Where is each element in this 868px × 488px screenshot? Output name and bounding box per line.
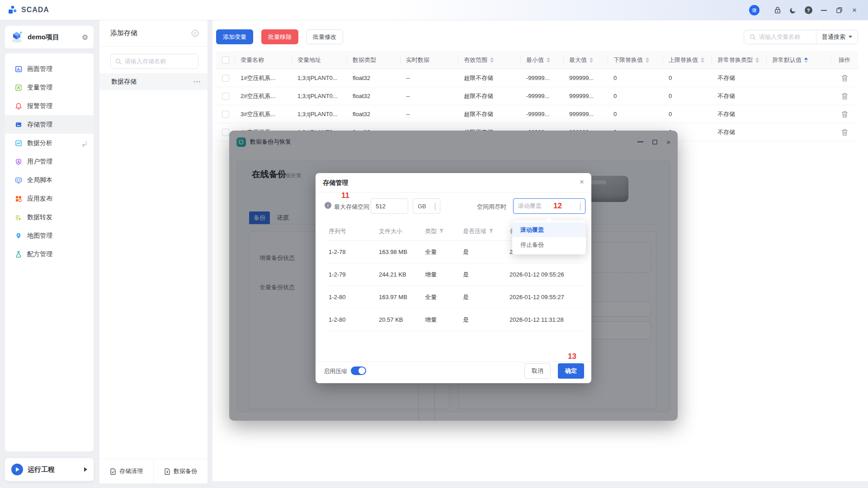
sidebar-item-label: 配方管理 <box>27 250 52 258</box>
col-abnormal-default[interactable]: 异常默认值 <box>767 51 831 69</box>
row-checkbox[interactable] <box>222 93 229 100</box>
scada-logo-icon <box>8 5 18 14</box>
data-backup-icon <box>164 468 170 475</box>
row-checkbox[interactable] <box>222 75 229 82</box>
titlebar: SCADA 微 ? × <box>0 0 868 20</box>
storage-clean-button[interactable]: 存储清理 <box>99 459 153 483</box>
col-upper-replace[interactable]: 上限替换值 <box>663 51 712 69</box>
info-icon[interactable]: i <box>325 202 331 209</box>
search-mode-select[interactable]: 普通搜索 <box>816 30 858 44</box>
col-datatype: 数据类型 <box>347 51 401 69</box>
delete-icon[interactable] <box>841 111 848 118</box>
sidebar-item-label: 用户管理 <box>27 158 52 166</box>
sidebar-item-alarms[interactable]: 报警管理 <box>5 97 94 115</box>
sort-icons-active[interactable] <box>804 56 808 65</box>
sort-icons[interactable] <box>490 56 494 65</box>
cell-backup-time: 2026-01-12 11:31:28 <box>509 316 582 323</box>
compress-toggle[interactable] <box>351 366 366 375</box>
backup-row: 1-2-80 20.57 KB 增量 是 2026-01-12 11:31:28 <box>329 309 585 331</box>
sidebar-item-publish[interactable]: 应用发布 <box>5 189 94 208</box>
table-row: 2#空压机系... 1;3;t|PLANT0... float32 -- 超限不… <box>216 87 858 105</box>
col-realtime: 实时数据 <box>401 51 458 69</box>
sidebar-item-forwarding[interactable]: 数据转发 <box>5 208 94 226</box>
col-lower-replace[interactable]: 下限替换值 <box>608 51 663 69</box>
row-checkbox[interactable] <box>222 129 229 136</box>
lock-icon[interactable] <box>773 6 782 15</box>
cell-address: 1;3;t|PLANT0... <box>292 87 347 105</box>
sort-icons[interactable] <box>590 56 593 65</box>
delete-icon[interactable] <box>841 129 848 136</box>
cell-valid-range: 超限不存储 <box>458 69 521 87</box>
option-rolling-overwrite[interactable]: 滚动覆盖 <box>512 222 586 237</box>
col-abnormal-type[interactable]: 异常替换类型 <box>712 51 767 69</box>
delete-icon[interactable] <box>841 75 848 82</box>
sidebar-item-users[interactable]: 用户管理 <box>5 152 94 171</box>
confirm-button[interactable]: 确定 <box>558 363 584 379</box>
recipe-flask-icon <box>15 251 22 258</box>
sidebar-item-storage[interactable]: 存储管理 <box>5 115 94 134</box>
max-space-input[interactable] <box>371 198 408 214</box>
cell-serial: 1-2-80 <box>329 316 379 323</box>
col-address: 变量地址 <box>292 51 347 69</box>
col-compressed[interactable]: 是否压缩 <box>463 227 509 235</box>
close-icon[interactable]: × <box>850 6 859 15</box>
cell-upper: 0 <box>663 105 712 123</box>
sidebar-item-screens[interactable]: 画面管理 <box>5 60 94 78</box>
compress-label: 启用压缩 <box>324 367 347 375</box>
wechat-badge-icon[interactable]: 微 <box>749 5 760 15</box>
sort-icons[interactable] <box>755 56 759 65</box>
cancel-button[interactable]: 取消 <box>524 363 551 379</box>
cell-compressed: 是 <box>463 293 509 301</box>
app-name: SCADA <box>21 6 49 14</box>
cell-abnormal-type: 不存储 <box>712 87 767 105</box>
sidebar-item-variables[interactable]: 变量管理 <box>5 78 94 97</box>
col-valid-range[interactable]: 有效范围 <box>458 51 521 69</box>
close-icon[interactable]: × <box>580 178 584 187</box>
cell-serial: 1-2-80 <box>329 294 379 300</box>
add-variable-button[interactable]: 添加变量 <box>216 29 253 44</box>
sidebar-item-maps[interactable]: 地图管理 <box>5 226 94 245</box>
sidebar-item-scripts[interactable]: 全局脚本 <box>5 171 94 189</box>
maximize-restore-icon[interactable] <box>835 6 844 15</box>
cell-backup-time: 2026-01-12 09:55:27 <box>509 294 582 300</box>
cell-address: 1;3;t|PLANT0... <box>292 69 347 87</box>
cell-max: 999999... <box>564 105 608 123</box>
sidebar-item-analysis[interactable]: 数据分析 › <box>5 134 94 152</box>
select-all-checkbox[interactable] <box>222 56 229 64</box>
batch-edit-button[interactable]: 批量修改 <box>306 29 343 44</box>
col-type[interactable]: 类型 <box>425 227 463 235</box>
data-backup-button[interactable]: 数据备份 <box>153 459 208 483</box>
storage-icon <box>15 121 22 128</box>
row-checkbox[interactable] <box>222 111 229 118</box>
gear-icon[interactable]: ⚙ <box>82 33 88 42</box>
minimize-icon[interactable] <box>819 6 828 15</box>
sidebar-item-recipes[interactable]: 配方管理 <box>5 245 94 263</box>
cell-abnormal-type: 不存储 <box>712 123 767 141</box>
exhaust-select[interactable]: 滚动覆盖 <box>513 198 585 214</box>
dark-mode-moon-icon[interactable] <box>788 6 797 15</box>
more-options-icon[interactable]: ··· <box>193 78 201 85</box>
annotation-11: 11 <box>341 191 349 200</box>
option-stop-backup[interactable]: 停止备份 <box>512 237 586 252</box>
unit-value: GB <box>418 203 426 210</box>
run-project-button[interactable]: 运行工程 <box>5 458 94 481</box>
storage-search-input[interactable] <box>125 58 184 65</box>
app-root: SCADA 微 ? × <box>0 0 868 488</box>
col-max[interactable]: 最大值 <box>564 51 608 69</box>
screen-chart-icon <box>15 66 22 73</box>
col-min[interactable]: 最小值 <box>521 51 564 69</box>
storage-list-item[interactable]: 数据存储 ··· <box>99 73 208 90</box>
cell-compressed: 是 <box>463 271 509 279</box>
sort-icons[interactable] <box>646 56 649 65</box>
cell-max: 999999... <box>564 69 608 87</box>
sort-icons[interactable] <box>547 56 550 65</box>
info-icon[interactable]: i <box>192 30 198 37</box>
unit-select[interactable]: GB <box>413 198 440 214</box>
help-icon[interactable]: ? <box>804 6 813 15</box>
batch-remove-button[interactable]: 批量移除 <box>261 29 298 44</box>
cell-datatype: float32 <box>347 105 401 123</box>
sort-icons[interactable] <box>701 56 704 65</box>
cell-datatype: float32 <box>347 87 401 105</box>
variable-search-input[interactable] <box>759 33 812 40</box>
delete-icon[interactable] <box>841 93 848 100</box>
